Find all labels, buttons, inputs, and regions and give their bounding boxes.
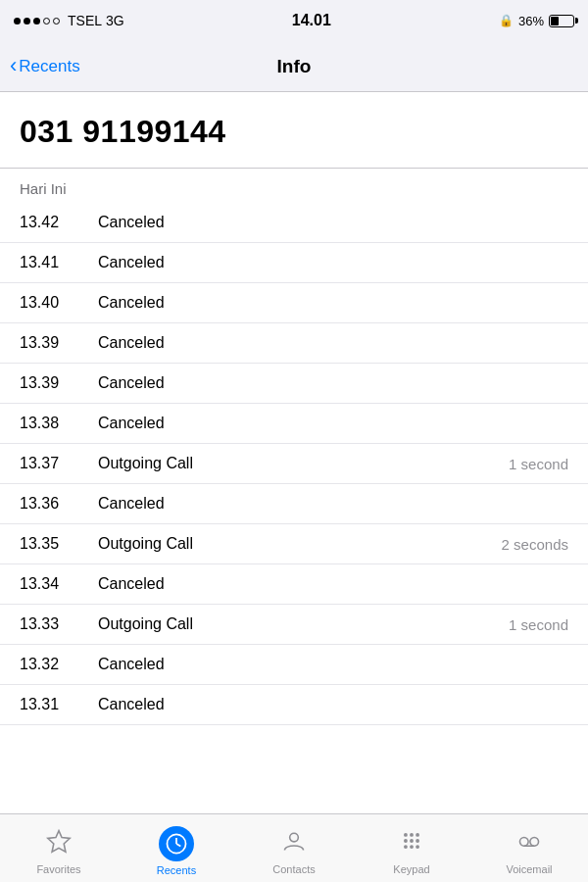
status-bar: TSEL 3G 14.01 🔒 36% xyxy=(0,0,588,41)
call-row: 13.41Canceled xyxy=(0,243,588,283)
call-row: 13.34Canceled xyxy=(0,564,588,605)
call-time: 13.39 xyxy=(20,334,98,352)
call-time: 13.40 xyxy=(20,294,98,312)
svg-point-6 xyxy=(410,833,414,837)
svg-point-15 xyxy=(530,837,539,846)
tab-voicemail[interactable]: Voicemail xyxy=(470,822,588,875)
call-time: 13.39 xyxy=(20,374,98,392)
back-label: Recents xyxy=(19,57,79,76)
call-row: 13.36Canceled xyxy=(0,484,588,524)
tab-favorites-label: Favorites xyxy=(36,863,80,875)
svg-point-9 xyxy=(410,839,414,843)
svg-point-7 xyxy=(416,833,419,837)
call-time: 13.31 xyxy=(20,696,98,713)
call-status: Outgoing Call xyxy=(98,535,490,553)
battery-icon xyxy=(549,15,574,27)
battery-percentage: 36% xyxy=(518,14,544,28)
call-time: 13.37 xyxy=(20,455,98,472)
call-row: 13.39Canceled xyxy=(0,323,588,364)
call-time: 13.32 xyxy=(20,656,98,673)
phone-number-section: 031 91199144 xyxy=(0,92,588,169)
status-right: 🔒 36% xyxy=(499,14,574,28)
call-duration: 2 seconds xyxy=(490,536,568,553)
call-time: 13.42 xyxy=(20,214,98,231)
call-row: 13.40Canceled xyxy=(0,283,588,323)
call-row: 13.37Outgoing Call1 second xyxy=(0,444,588,484)
phone-number: 031 91199144 xyxy=(20,114,568,150)
call-time: 13.36 xyxy=(20,495,98,513)
call-time: 13.35 xyxy=(20,535,98,553)
svg-point-14 xyxy=(519,837,528,846)
tab-keypad[interactable]: Keypad xyxy=(353,822,470,875)
call-row: 13.31Canceled xyxy=(0,685,588,725)
call-status: Canceled xyxy=(98,495,490,513)
star-icon xyxy=(46,828,72,860)
svg-point-8 xyxy=(404,839,408,843)
svg-point-12 xyxy=(410,845,414,849)
tab-keypad-label: Keypad xyxy=(393,863,429,875)
page-title: Info xyxy=(277,56,312,77)
svg-point-11 xyxy=(404,845,408,849)
signal-icon xyxy=(14,18,60,24)
carrier-label: TSEL xyxy=(68,13,102,28)
call-status: Canceled xyxy=(98,696,490,713)
status-left: TSEL 3G xyxy=(14,13,124,28)
call-status: Canceled xyxy=(98,575,490,593)
call-status: Canceled xyxy=(98,415,490,432)
call-status: Canceled xyxy=(98,254,490,271)
section-header: Hari Ini xyxy=(0,169,588,203)
tab-contacts[interactable]: Contacts xyxy=(235,822,353,875)
tab-recents-label: Recents xyxy=(157,864,196,876)
tab-voicemail-label: Voicemail xyxy=(506,863,552,875)
tab-contacts-label: Contacts xyxy=(272,863,315,875)
tab-recents[interactable]: Recents xyxy=(118,820,235,876)
call-row: 13.32Canceled xyxy=(0,645,588,685)
chevron-left-icon: ‹ xyxy=(10,55,17,76)
tab-favorites[interactable]: Favorites xyxy=(0,822,118,875)
svg-point-10 xyxy=(416,839,419,843)
nav-bar: ‹ Recents Info xyxy=(0,41,588,92)
call-status: Canceled xyxy=(98,214,490,231)
back-button[interactable]: ‹ Recents xyxy=(10,56,80,76)
content-area: 031 91199144 Hari Ini 13.42Canceled13.41… xyxy=(0,92,588,813)
keypad-icon xyxy=(399,828,424,860)
call-row: 13.35Outgoing Call2 seconds xyxy=(0,524,588,564)
voicemail-icon xyxy=(516,828,542,860)
call-status: Canceled xyxy=(98,294,490,312)
call-row: 13.33Outgoing Call1 second xyxy=(0,605,588,645)
call-time: 13.38 xyxy=(20,415,98,432)
call-duration: 1 second xyxy=(490,616,568,633)
call-row: 13.38Canceled xyxy=(0,404,588,444)
tab-bar: Favorites Recents Contacts xyxy=(0,813,588,882)
svg-marker-0 xyxy=(48,830,71,852)
svg-point-5 xyxy=(404,833,408,837)
call-time: 13.41 xyxy=(20,254,98,271)
call-status: Outgoing Call xyxy=(98,615,490,633)
svg-line-3 xyxy=(176,844,180,847)
call-status: Canceled xyxy=(98,334,490,352)
call-log-list: 13.42Canceled13.41Canceled13.40Canceled1… xyxy=(0,203,588,725)
call-time: 13.34 xyxy=(20,575,98,593)
status-time: 14.01 xyxy=(292,12,331,29)
call-status: Outgoing Call xyxy=(98,455,490,472)
call-duration: 1 second xyxy=(490,456,568,472)
clock-icon xyxy=(159,826,194,861)
call-row: 13.42Canceled xyxy=(0,203,588,243)
call-time: 13.33 xyxy=(20,615,98,633)
person-icon xyxy=(281,828,307,860)
network-label: 3G xyxy=(106,13,124,28)
svg-point-4 xyxy=(290,833,299,842)
call-status: Canceled xyxy=(98,656,490,673)
lock-icon: 🔒 xyxy=(499,14,514,27)
svg-point-13 xyxy=(416,845,419,849)
call-row: 13.39Canceled xyxy=(0,364,588,404)
call-status: Canceled xyxy=(98,374,490,392)
